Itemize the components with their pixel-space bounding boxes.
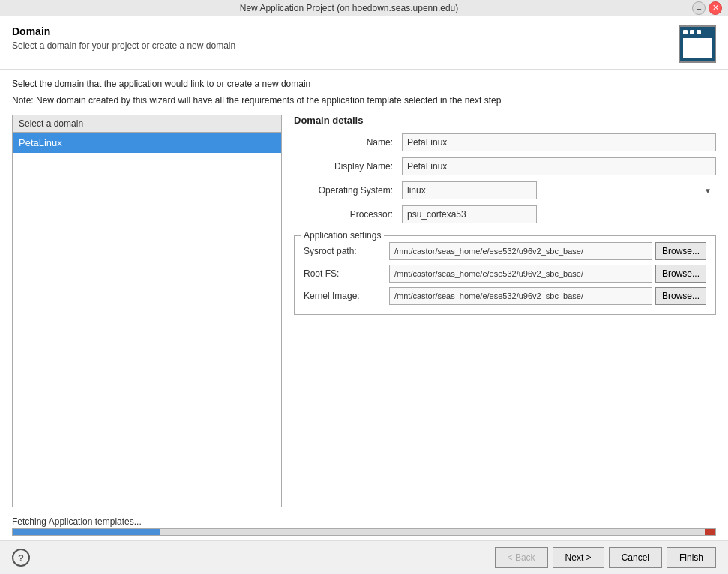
page-subtitle: Select a domain for your project or crea… [12, 40, 679, 51]
display-name-label: Display Name: [294, 157, 399, 175]
progress-stop-icon[interactable] [705, 529, 715, 535]
sysroot-input[interactable] [389, 242, 652, 260]
wizard-icon [679, 25, 716, 63]
status-text: Fetching Application templates... [12, 516, 716, 527]
description-area: Select the domain that the application w… [0, 70, 728, 115]
help-button[interactable]: ? [12, 549, 30, 567]
name-input[interactable] [402, 133, 716, 151]
rootfs-input[interactable] [389, 265, 652, 283]
progress-container [12, 528, 716, 536]
chevron-down-icon: ▼ [704, 187, 712, 195]
status-bar: Fetching Application templates... [0, 513, 728, 540]
processor-label: Processor: [294, 205, 399, 223]
rootfs-row: Root FS: Browse... [304, 265, 706, 283]
domain-list-header: Select a domain [13, 115, 281, 133]
os-label: Operating System: [294, 181, 399, 199]
minimize-button[interactable]: – [692, 1, 706, 15]
main-content: Domain Select a domain for your project … [0, 16, 728, 574]
description-note: Note: New domain created by this wizard … [12, 95, 716, 106]
finish-button[interactable]: Finish [667, 547, 716, 568]
cancel-button[interactable]: Cancel [609, 547, 662, 568]
sysroot-label: Sysroot path: [304, 246, 386, 256]
domain-details-container: Domain details Name: Display Name: Opera… [294, 115, 716, 507]
sysroot-row: Sysroot path: Browse... [304, 242, 706, 260]
titlebar-controls: – ✕ [692, 1, 722, 15]
os-select[interactable]: linux [402, 181, 537, 199]
kernel-label: Kernel Image: [304, 291, 386, 301]
domain-details-title: Domain details [294, 115, 716, 126]
domain-list-container: Select a domain PetaLinux [12, 115, 282, 507]
close-button[interactable]: ✕ [709, 1, 722, 15]
rootfs-label: Root FS: [304, 268, 386, 279]
description-line1: Select the domain that the application w… [12, 79, 716, 89]
display-name-input[interactable] [402, 157, 716, 175]
domain-list: PetaLinux [13, 133, 281, 507]
header-area: Domain Select a domain for your project … [0, 16, 728, 70]
icon-dot-1 [683, 30, 688, 34]
bottom-bar: ? < Back Next > Cancel Finish [0, 540, 728, 574]
icon-dot-3 [697, 30, 701, 34]
progress-bar [13, 529, 160, 535]
rootfs-browse-button[interactable]: Browse... [655, 265, 706, 283]
kernel-browse-button[interactable]: Browse... [655, 287, 706, 305]
icon-dots [683, 30, 712, 34]
app-settings-legend: Application settings [301, 230, 384, 241]
name-label: Name: [294, 133, 399, 151]
icon-dot-2 [690, 30, 694, 34]
sysroot-browse-button[interactable]: Browse... [655, 242, 706, 260]
app-settings-group: Application settings Sysroot path: Brows… [294, 235, 716, 315]
domain-item-petalinux[interactable]: PetaLinux [13, 133, 281, 153]
next-button[interactable]: Next > [553, 547, 604, 568]
os-select-wrapper: linux ▼ [402, 181, 716, 199]
titlebar: New Application Project (on hoedown.seas… [0, 0, 728, 16]
back-button[interactable]: < Back [495, 547, 548, 568]
titlebar-title: New Application Project (on hoedown.seas… [6, 3, 692, 13]
processor-input[interactable] [402, 205, 537, 223]
header-text: Domain Select a domain for your project … [12, 25, 679, 51]
content-area: Select a domain PetaLinux Domain details… [0, 115, 728, 513]
domain-form: Name: Display Name: Operating System: li… [294, 133, 716, 223]
kernel-input[interactable] [389, 287, 652, 305]
page-title: Domain [12, 25, 679, 37]
icon-screen [683, 38, 712, 58]
kernel-row: Kernel Image: Browse... [304, 287, 706, 305]
